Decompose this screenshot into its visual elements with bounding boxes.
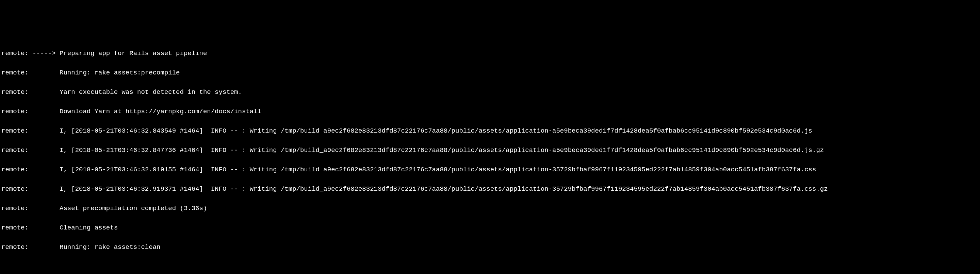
- log-line: remote: Running: rake assets:clean: [2, 242, 978, 252]
- log-line: remote: Download Yarn at https://yarnpkg…: [2, 107, 978, 117]
- log-line: remote: Running: rake assets:precompile: [2, 68, 978, 78]
- log-line: remote: -----> Preparing app for Rails a…: [2, 49, 978, 59]
- log-line: remote: I, [2018-05-21T03:46:32.919371 #…: [2, 184, 978, 194]
- log-line: remote: Asset precompilation completed (…: [2, 204, 978, 214]
- log-line: remote: I, [2018-05-21T03:46:32.843549 #…: [2, 126, 978, 136]
- log-line: remote: I, [2018-05-21T03:46:32.919155 #…: [2, 165, 978, 175]
- terminal-output: remote: -----> Preparing app for Rails a…: [0, 39, 980, 262]
- log-line: remote: Cleaning assets: [2, 223, 978, 233]
- log-line: remote: I, [2018-05-21T03:46:32.847736 #…: [2, 146, 978, 155]
- log-line: remote: Yarn executable was not detected…: [2, 87, 978, 97]
